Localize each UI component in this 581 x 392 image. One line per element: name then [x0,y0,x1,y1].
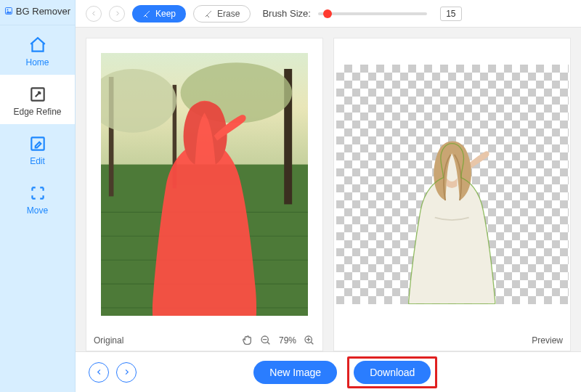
next-button[interactable] [116,362,137,383]
original-status-row: Original 79% [86,330,322,351]
preview-canvas[interactable] [334,38,570,330]
keep-button[interactable]: Keep [132,5,186,23]
download-highlight-box: Download [347,356,437,388]
bottom-bar: New Image Download [76,351,581,392]
panels: Original 79% [76,28,581,351]
sidebar-item-edit[interactable]: Edit [0,124,75,173]
brand-icon [4,4,13,17]
preview-panel: Preview [333,38,571,351]
svg-point-1 [7,9,8,11]
zoom-in-icon[interactable] [304,335,315,346]
sidebar-item-edge-refine[interactable]: Edge Refine [0,75,75,124]
sidebar-item-label: Move [27,205,48,216]
new-image-button[interactable]: New Image [253,361,337,384]
zoom-out-icon[interactable] [260,335,272,346]
pan-icon[interactable] [241,335,253,346]
brush-size-label: Brush Size: [262,8,310,19]
undo-button[interactable] [86,6,102,22]
erase-label: Erase [217,9,240,19]
sidebar-item-home[interactable]: Home [0,25,75,75]
slider-thumb[interactable] [323,9,332,18]
original-canvas[interactable] [86,38,322,330]
preview-label: Preview [532,335,563,346]
sidebar-item-label: Edit [30,156,45,166]
redo-button[interactable] [109,6,125,22]
brush-size-value: 15 [440,7,462,21]
toolbar: Keep Erase Brush Size: 15 [76,0,581,28]
edge-refine-icon [28,85,47,104]
prev-button[interactable] [89,362,109,383]
brand: BG Remover [0,0,75,25]
main: Keep Erase Brush Size: 15 [76,0,581,392]
zoom-value: 79% [279,335,296,346]
preview-status-row: Preview [334,330,570,351]
original-panel: Original 79% [86,38,323,351]
sidebar: BG Remover Home Edge Refine Edit Move [0,0,76,392]
original-label: Original [94,335,123,346]
eraser-icon [204,9,213,18]
keep-label: Keep [155,9,176,19]
sidebar-item-move[interactable]: Move [0,173,75,223]
move-icon [28,184,47,203]
home-icon [28,36,47,54]
original-image [101,53,308,316]
sidebar-item-label: Edge Refine [13,107,61,117]
preview-image [336,65,569,304]
brush-size-slider[interactable] [318,12,427,15]
brand-label: BG Remover [16,6,70,17]
brush-icon [142,9,151,18]
download-button[interactable]: Download [354,361,431,384]
sidebar-item-label: Home [25,57,49,68]
edit-icon [28,134,47,153]
erase-button[interactable]: Erase [193,5,251,23]
